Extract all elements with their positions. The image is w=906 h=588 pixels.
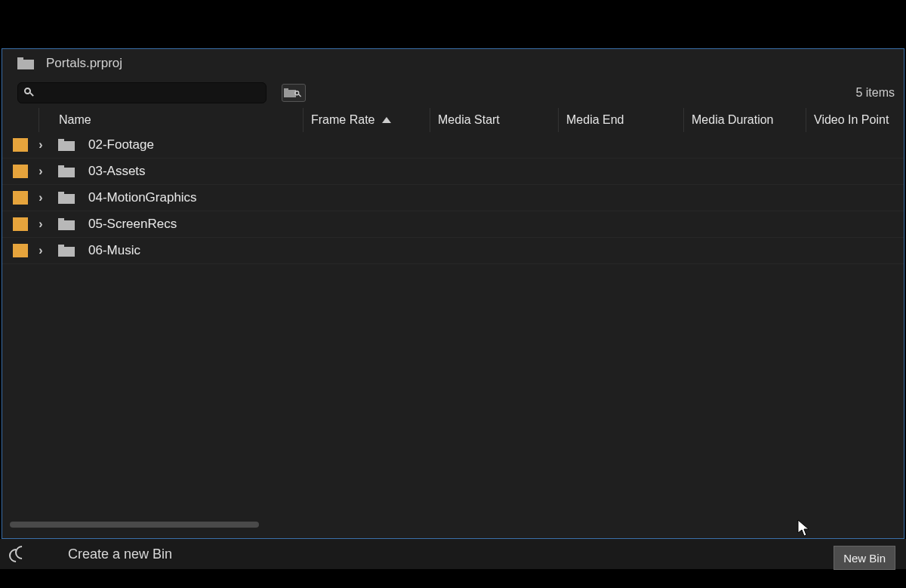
expand-toggle[interactable]	[28, 165, 54, 178]
col-name-label: Name	[59, 113, 91, 127]
expand-toggle[interactable]	[28, 244, 54, 257]
search-bin-filter-button[interactable]	[282, 84, 306, 102]
row-color-label[interactable]	[13, 191, 28, 205]
row-color-label[interactable]	[13, 244, 28, 257]
bin-row[interactable]: 03-Assets	[2, 159, 904, 185]
bin-name: 05-ScreenRecs	[88, 217, 177, 232]
col-mediastart-label: Media Start	[438, 113, 500, 127]
col-videoinpoint-label: Video In Point	[814, 113, 889, 127]
row-color-label[interactable]	[13, 165, 28, 178]
tutorial-bar: Create a new Bin New Bin	[0, 539, 906, 569]
folder-icon	[58, 218, 75, 230]
bin-name: 06-Music	[88, 243, 140, 258]
row-color-label[interactable]	[13, 138, 28, 152]
bin-name: 03-Assets	[88, 164, 146, 179]
expand-toggle[interactable]	[28, 191, 54, 205]
tutorial-hint: Create a new Bin	[68, 546, 172, 562]
bin-row[interactable]: 05-ScreenRecs	[2, 211, 904, 238]
row-color-label[interactable]	[13, 217, 28, 231]
col-framerate-label: Frame Rate	[311, 113, 374, 127]
col-mediaend-label: Media End	[566, 113, 624, 127]
folder-icon	[58, 165, 75, 177]
folder-icon	[58, 192, 75, 204]
bin-row[interactable]: 02-Footage	[2, 132, 904, 159]
search-row: 5 items	[2, 78, 904, 108]
scrollbar-thumb[interactable]	[10, 522, 259, 528]
tooltip-text: New Bin	[843, 552, 886, 565]
bin-name: 04-MotionGraphics	[88, 190, 197, 205]
col-media-end[interactable]: Media End	[558, 108, 683, 132]
project-panel: Portals.prproj 5 items Name Frame Rate M…	[2, 48, 904, 539]
bin-name: 02-Footage	[88, 137, 154, 152]
bin-row[interactable]: 06-Music	[2, 238, 904, 264]
search-icon	[24, 88, 35, 98]
bin-row[interactable]: 04-MotionGraphics	[2, 185, 904, 211]
sort-ascending-icon	[382, 117, 391, 123]
folder-icon	[58, 245, 75, 257]
expand-toggle[interactable]	[28, 138, 54, 152]
folder-icon	[58, 139, 75, 151]
project-bin-icon	[17, 57, 34, 69]
search-input[interactable]	[17, 82, 267, 103]
col-name[interactable]: Name	[39, 108, 303, 132]
col-mediaduration-label: Media Duration	[692, 113, 774, 127]
col-media-start[interactable]: Media Start	[430, 108, 558, 132]
col-frame-rate[interactable]: Frame Rate	[303, 108, 430, 132]
search-icon	[294, 91, 302, 98]
expand-toggle[interactable]	[28, 217, 54, 231]
col-media-duration[interactable]: Media Duration	[683, 108, 806, 132]
tooltip: New Bin	[834, 546, 895, 570]
col-label[interactable]	[2, 108, 39, 132]
project-name: Portals.prproj	[46, 56, 122, 71]
col-video-in-point[interactable]: Video In Point	[806, 108, 904, 132]
bin-rows: 02-Footage 03-Assets 04-MotionGraphics 0…	[2, 132, 904, 264]
horizontal-scrollbar[interactable]	[10, 522, 896, 528]
column-headers: Name Frame Rate Media Start Media End Me…	[2, 108, 904, 132]
creative-cloud-icon	[9, 546, 26, 562]
project-panel-header: Portals.prproj	[2, 49, 904, 78]
window-blackbar	[0, 0, 906, 48]
item-count-label: 5 items	[855, 86, 895, 100]
